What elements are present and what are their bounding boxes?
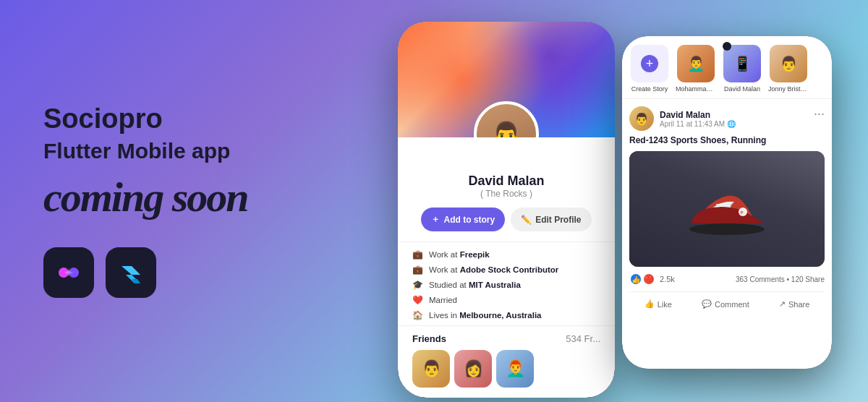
- profile-handle: ( The Rocks ): [409, 189, 604, 199]
- svg-point-6: [689, 223, 765, 235]
- edit-profile-button[interactable]: ✏️ Edit Profile: [511, 208, 591, 231]
- post-image: P: [629, 151, 825, 267]
- phone1-screen: 👨 David Malan ( The Rocks ) ＋: [398, 22, 615, 398]
- share-button[interactable]: ↗ Share: [773, 296, 815, 312]
- briefcase-icon: 💼: [412, 249, 423, 260]
- edit-icon: ✏️: [521, 215, 532, 225]
- add-to-story-label: Add to story: [443, 215, 495, 225]
- comment-button[interactable]: 💬 Comment: [696, 296, 755, 312]
- friends-section: Friends 534 Fr... 👨 👩 👨‍🦰: [398, 325, 615, 388]
- phone2-device: + Create Story 👨‍🦱 Mohammad Abu ishaqk..…: [622, 36, 832, 369]
- post-user: 👨 David Malan April 11 at 11:43 AM 🌐: [629, 106, 736, 131]
- profile-cover: 👨: [398, 22, 615, 137]
- briefcase2-icon: 💼: [412, 265, 423, 275]
- story-create[interactable]: + Create Story: [629, 45, 670, 93]
- friends-count: 534 Fr...: [566, 333, 600, 344]
- post-user-info: David Malan April 11 at 11:43 AM 🌐: [660, 110, 736, 128]
- story-item-2[interactable]: 📱 David Malan: [722, 45, 762, 93]
- post-title: Red-1243 Sports Shoes, Running: [629, 135, 825, 145]
- flutter-icon: [106, 247, 156, 298]
- reactions: 👍 ❤️ 2.5k: [629, 273, 675, 286]
- profile-info: David Malan ( The Rocks ): [398, 174, 615, 199]
- post-header: 👨 David Malan April 11 at 11:43 AM 🌐 ···: [629, 106, 825, 131]
- post-actions: 👍 Like 💬 Comment ↗ Share: [629, 296, 825, 312]
- graduation-icon: 🎓: [412, 280, 423, 290]
- friend-avatar-3: 👨‍🦰: [496, 350, 534, 388]
- story-avatar-1: 👨‍🦱: [677, 45, 715, 82]
- phone2-screen: + Create Story 👨‍🦱 Mohammad Abu ishaqk..…: [622, 36, 832, 369]
- svg-marker-2: [122, 266, 140, 275]
- reactions-count: 2.5k: [660, 275, 675, 283]
- profile-details: 💼 Work at Freepik 💼 Work at Adobe Stock …: [398, 241, 615, 320]
- like-icon: 👍: [644, 299, 655, 309]
- story-label-2: David Malan: [724, 85, 760, 93]
- shoe-visual: P: [629, 151, 825, 267]
- post-user-avatar: 👨: [629, 106, 654, 131]
- friend-avatar-2: 👩: [454, 350, 492, 388]
- phones-container: 👨 David Malan ( The Rocks ) ＋: [340, 0, 846, 402]
- friends-avatars: 👨 👩 👨‍🦰: [412, 350, 600, 388]
- work2-detail: 💼 Work at Adobe Stock Contributor: [412, 265, 600, 275]
- story-avatar-2: 📱: [723, 45, 761, 82]
- work1-detail: 💼 Work at Freepik: [412, 249, 600, 260]
- story-item-1[interactable]: 👨‍🦱 Mohammad Abu ishaqk...: [676, 45, 716, 93]
- brand-subtitle: Flutter Mobile app: [43, 139, 318, 163]
- create-plus-icon: +: [641, 55, 658, 72]
- story-item-3[interactable]: 👨 Jonny Bristow: [768, 45, 809, 93]
- story-label-1: Mohammad Abu ishaqk...: [676, 85, 716, 93]
- left-section: Sociopro Flutter Mobile app coming soon: [43, 104, 318, 298]
- share-label: Share: [788, 300, 809, 309]
- friend-avatar-1: 👨: [412, 350, 450, 388]
- create-story-avatar: +: [631, 45, 668, 82]
- profile-name: David Malan: [409, 174, 604, 189]
- plus-icon: ＋: [431, 213, 440, 226]
- camera-notch: [723, 42, 731, 51]
- story-avatar-3: 👨: [770, 45, 807, 82]
- create-story-label: Create Story: [631, 85, 668, 93]
- study-detail: 🎓 Studied at MIT Australia: [412, 280, 600, 290]
- post-stats: 👍 ❤️ 2.5k 363 Comments • 120 Share: [629, 273, 825, 292]
- like-label: Like: [658, 300, 672, 309]
- comment-icon: 💬: [702, 299, 712, 309]
- phone1-device: 👨 David Malan ( The Rocks ) ＋: [398, 22, 615, 398]
- profile-avatar-image: 👨: [477, 104, 536, 137]
- post-menu-button[interactable]: ···: [814, 106, 825, 121]
- coming-soon-text: coming soon: [43, 176, 318, 218]
- globe-icon: 🌐: [727, 120, 736, 128]
- share-icon: ↗: [779, 299, 786, 309]
- like-reaction: 👍: [629, 273, 642, 286]
- edit-profile-label: Edit Profile: [535, 215, 581, 225]
- heart-icon: ❤️: [412, 295, 423, 305]
- post-user-name: David Malan: [660, 110, 736, 120]
- comment-label: Comment: [715, 300, 749, 309]
- like-button[interactable]: 👍 Like: [639, 296, 678, 312]
- post-meta: 363 Comments • 120 Share: [736, 275, 825, 283]
- love-reaction: ❤️: [642, 273, 655, 286]
- story-label-3: Jonny Bristow: [768, 85, 809, 93]
- friends-label: Friends: [412, 333, 446, 344]
- add-to-story-button[interactable]: ＋ Add to story: [421, 208, 505, 231]
- post-card: 👨 David Malan April 11 at 11:43 AM 🌐 ···…: [622, 99, 832, 319]
- sociopro-icon: [43, 247, 94, 298]
- friends-header: Friends 534 Fr...: [412, 333, 600, 344]
- post-time: April 11 at 11:43 AM 🌐: [660, 120, 736, 128]
- married-detail: ❤️ Married: [412, 295, 600, 305]
- brand-title: Sociopro: [43, 104, 318, 134]
- app-icons: [43, 247, 318, 298]
- home-icon: 🏠: [412, 310, 423, 320]
- location-detail: 🏠 Lives in Melbourne, Australia: [412, 310, 600, 320]
- profile-actions: ＋ Add to story ✏️ Edit Profile: [398, 208, 615, 231]
